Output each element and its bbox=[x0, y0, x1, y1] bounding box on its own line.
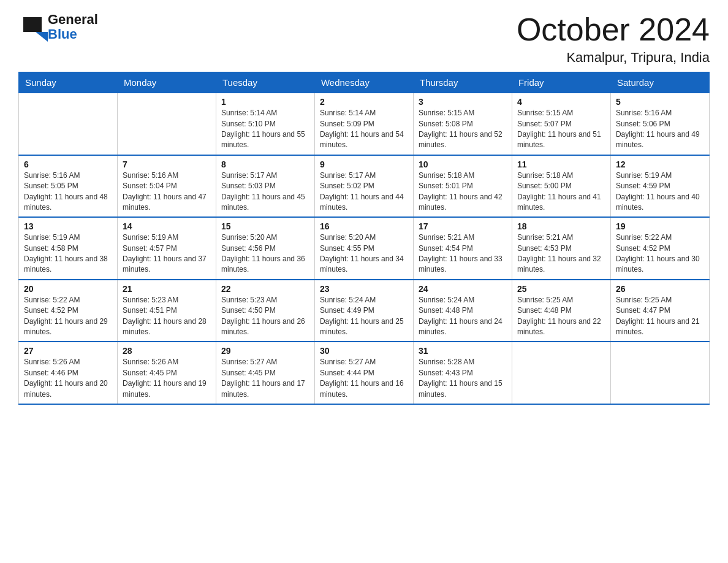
day-info: Sunrise: 5:16 AMSunset: 5:05 PMDaylight:… bbox=[24, 170, 112, 213]
calendar-cell: 24Sunrise: 5:24 AMSunset: 4:48 PMDayligh… bbox=[413, 280, 512, 342]
day-number: 2 bbox=[320, 97, 408, 107]
day-info: Sunrise: 5:16 AMSunset: 5:04 PMDaylight:… bbox=[123, 170, 211, 213]
day-number: 13 bbox=[24, 221, 112, 231]
day-info: Sunrise: 5:27 AMSunset: 4:44 PMDaylight:… bbox=[320, 357, 408, 400]
day-info: Sunrise: 5:16 AMSunset: 5:06 PMDaylight:… bbox=[616, 108, 704, 151]
day-number: 8 bbox=[221, 159, 309, 169]
day-number: 10 bbox=[419, 159, 507, 169]
day-info: Sunrise: 5:14 AMSunset: 5:09 PMDaylight:… bbox=[320, 108, 408, 151]
calendar-row-4: 20Sunrise: 5:22 AMSunset: 4:52 PMDayligh… bbox=[19, 280, 710, 342]
day-info: Sunrise: 5:21 AMSunset: 4:54 PMDaylight:… bbox=[419, 232, 507, 275]
svg-marker-1 bbox=[36, 32, 48, 42]
calendar-cell: 29Sunrise: 5:27 AMSunset: 4:45 PMDayligh… bbox=[216, 342, 314, 404]
calendar-cell: 14Sunrise: 5:19 AMSunset: 4:57 PMDayligh… bbox=[117, 217, 216, 280]
calendar-cell: 15Sunrise: 5:20 AMSunset: 4:56 PMDayligh… bbox=[216, 217, 314, 280]
calendar-cell: 26Sunrise: 5:25 AMSunset: 4:47 PMDayligh… bbox=[610, 280, 709, 342]
day-number: 24 bbox=[419, 284, 507, 294]
calendar-cell: 12Sunrise: 5:19 AMSunset: 4:59 PMDayligh… bbox=[610, 155, 709, 218]
day-number: 21 bbox=[123, 284, 211, 294]
day-info: Sunrise: 5:24 AMSunset: 4:49 PMDaylight:… bbox=[320, 295, 408, 338]
logo-text: General Blue bbox=[48, 12, 98, 42]
weekday-header-row: Sunday Monday Tuesday Wednesday Thursday… bbox=[19, 72, 710, 93]
calendar-row-1: 1Sunrise: 5:14 AMSunset: 5:10 PMDaylight… bbox=[19, 93, 710, 155]
day-number: 27 bbox=[24, 346, 112, 356]
calendar-cell: 8Sunrise: 5:17 AMSunset: 5:03 PMDaylight… bbox=[216, 155, 314, 218]
day-number: 3 bbox=[419, 97, 507, 107]
logo: General Blue bbox=[18, 12, 98, 42]
day-number: 9 bbox=[320, 159, 408, 169]
calendar-cell: 19Sunrise: 5:22 AMSunset: 4:52 PMDayligh… bbox=[610, 217, 709, 280]
header-friday: Friday bbox=[512, 72, 610, 93]
day-info: Sunrise: 5:20 AMSunset: 4:55 PMDaylight:… bbox=[320, 232, 408, 275]
day-number: 18 bbox=[517, 221, 605, 231]
day-number: 20 bbox=[24, 284, 112, 294]
day-info: Sunrise: 5:22 AMSunset: 4:52 PMDaylight:… bbox=[616, 232, 704, 275]
calendar-cell: 30Sunrise: 5:27 AMSunset: 4:44 PMDayligh… bbox=[314, 342, 413, 404]
logo-general-text: General bbox=[48, 12, 98, 27]
day-info: Sunrise: 5:14 AMSunset: 5:10 PMDaylight:… bbox=[221, 108, 309, 151]
day-number: 17 bbox=[419, 221, 507, 231]
header-tuesday: Tuesday bbox=[216, 72, 314, 93]
calendar-cell: 13Sunrise: 5:19 AMSunset: 4:58 PMDayligh… bbox=[19, 217, 118, 280]
day-info: Sunrise: 5:15 AMSunset: 5:08 PMDaylight:… bbox=[419, 108, 507, 151]
day-info: Sunrise: 5:18 AMSunset: 5:00 PMDaylight:… bbox=[517, 170, 605, 213]
calendar-row-5: 27Sunrise: 5:26 AMSunset: 4:46 PMDayligh… bbox=[19, 342, 710, 404]
day-number: 29 bbox=[221, 346, 309, 356]
calendar-cell: 3Sunrise: 5:15 AMSunset: 5:08 PMDaylight… bbox=[413, 93, 512, 155]
calendar-cell: 20Sunrise: 5:22 AMSunset: 4:52 PMDayligh… bbox=[19, 280, 118, 342]
month-title: October 2024 bbox=[517, 12, 710, 47]
day-number: 14 bbox=[123, 221, 211, 231]
day-info: Sunrise: 5:20 AMSunset: 4:56 PMDaylight:… bbox=[221, 232, 309, 275]
calendar-cell: 31Sunrise: 5:28 AMSunset: 4:43 PMDayligh… bbox=[413, 342, 512, 404]
calendar-cell: 7Sunrise: 5:16 AMSunset: 5:04 PMDaylight… bbox=[117, 155, 216, 218]
calendar-cell: 9Sunrise: 5:17 AMSunset: 5:02 PMDaylight… bbox=[314, 155, 413, 218]
calendar-cell: 22Sunrise: 5:23 AMSunset: 4:50 PMDayligh… bbox=[216, 280, 314, 342]
day-info: Sunrise: 5:22 AMSunset: 4:52 PMDaylight:… bbox=[24, 295, 112, 338]
calendar-cell bbox=[19, 93, 118, 155]
day-info: Sunrise: 5:24 AMSunset: 4:48 PMDaylight:… bbox=[419, 295, 507, 338]
day-number: 26 bbox=[616, 284, 704, 294]
day-number: 5 bbox=[616, 97, 704, 107]
calendar-cell: 4Sunrise: 5:15 AMSunset: 5:07 PMDaylight… bbox=[512, 93, 610, 155]
calendar-cell: 17Sunrise: 5:21 AMSunset: 4:54 PMDayligh… bbox=[413, 217, 512, 280]
day-number: 7 bbox=[123, 159, 211, 169]
day-number: 12 bbox=[616, 159, 704, 169]
day-info: Sunrise: 5:26 AMSunset: 4:45 PMDaylight:… bbox=[123, 357, 211, 400]
day-info: Sunrise: 5:19 AMSunset: 4:58 PMDaylight:… bbox=[24, 232, 112, 275]
day-info: Sunrise: 5:21 AMSunset: 4:53 PMDaylight:… bbox=[517, 232, 605, 275]
calendar-cell: 5Sunrise: 5:16 AMSunset: 5:06 PMDaylight… bbox=[610, 93, 709, 155]
calendar-cell: 11Sunrise: 5:18 AMSunset: 5:00 PMDayligh… bbox=[512, 155, 610, 218]
calendar-cell bbox=[610, 342, 709, 404]
day-number: 6 bbox=[24, 159, 112, 169]
calendar-cell: 6Sunrise: 5:16 AMSunset: 5:05 PMDaylight… bbox=[19, 155, 118, 218]
page-header: General Blue October 2024 Kamalpur, Trip… bbox=[18, 12, 710, 66]
calendar-cell: 27Sunrise: 5:26 AMSunset: 4:46 PMDayligh… bbox=[19, 342, 118, 404]
day-number: 28 bbox=[123, 346, 211, 356]
day-number: 19 bbox=[616, 221, 704, 231]
day-number: 30 bbox=[320, 346, 408, 356]
day-info: Sunrise: 5:17 AMSunset: 5:03 PMDaylight:… bbox=[221, 170, 309, 213]
calendar-table: Sunday Monday Tuesday Wednesday Thursday… bbox=[18, 72, 710, 405]
day-info: Sunrise: 5:19 AMSunset: 4:57 PMDaylight:… bbox=[123, 232, 211, 275]
day-info: Sunrise: 5:18 AMSunset: 5:01 PMDaylight:… bbox=[419, 170, 507, 213]
day-info: Sunrise: 5:23 AMSunset: 4:50 PMDaylight:… bbox=[221, 295, 309, 338]
calendar-cell: 1Sunrise: 5:14 AMSunset: 5:10 PMDaylight… bbox=[216, 93, 314, 155]
calendar-row-3: 13Sunrise: 5:19 AMSunset: 4:58 PMDayligh… bbox=[19, 217, 710, 280]
header-wednesday: Wednesday bbox=[314, 72, 413, 93]
day-number: 23 bbox=[320, 284, 408, 294]
day-number: 11 bbox=[517, 159, 605, 169]
svg-marker-0 bbox=[23, 17, 42, 32]
calendar-cell: 18Sunrise: 5:21 AMSunset: 4:53 PMDayligh… bbox=[512, 217, 610, 280]
header-monday: Monday bbox=[117, 72, 216, 93]
day-number: 31 bbox=[419, 346, 507, 356]
day-info: Sunrise: 5:25 AMSunset: 4:47 PMDaylight:… bbox=[616, 295, 704, 338]
day-number: 1 bbox=[221, 97, 309, 107]
day-info: Sunrise: 5:26 AMSunset: 4:46 PMDaylight:… bbox=[24, 357, 112, 400]
day-number: 22 bbox=[221, 284, 309, 294]
day-info: Sunrise: 5:25 AMSunset: 4:48 PMDaylight:… bbox=[517, 295, 605, 338]
day-number: 25 bbox=[517, 284, 605, 294]
header-saturday: Saturday bbox=[610, 72, 709, 93]
day-info: Sunrise: 5:28 AMSunset: 4:43 PMDaylight:… bbox=[419, 357, 507, 400]
day-info: Sunrise: 5:27 AMSunset: 4:45 PMDaylight:… bbox=[221, 357, 309, 400]
calendar-cell bbox=[117, 93, 216, 155]
